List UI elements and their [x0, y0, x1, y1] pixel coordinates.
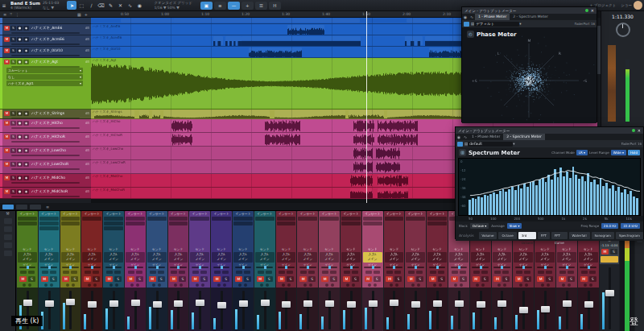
master-solo-button[interactable]: S [610, 249, 617, 254]
toolbar-button[interactable]: — [228, 2, 240, 10]
audio-clip[interactable] [353, 134, 374, 145]
gain-slider[interactable]: ゲイン [578, 263, 599, 271]
preset-dropdown[interactable]: デフォルト [474, 22, 519, 27]
toolbar-button[interactable]: ▣ [200, 2, 213, 10]
record-button[interactable]: ● [17, 148, 23, 153]
split-tool-icon[interactable]: ∕ [86, 1, 96, 10]
analysis-mode-button[interactable]: FFT Curve [551, 232, 568, 239]
gain-slider[interactable]: ゲイン [254, 263, 275, 271]
fader-cap[interactable] [153, 301, 162, 308]
audio-clip[interactable] [121, 19, 173, 23]
mute-button[interactable]: M [343, 276, 350, 282]
track-header[interactable]: MS●◆ハナミズキ_StringsdB [0, 110, 91, 119]
io-routing-box[interactable]: 入力Lメイン [126, 252, 145, 263]
spectrum-meter-window[interactable]: メイン - アウトプットメーター ✕ ◉ ∿ 1 - Phase Meter 2… [455, 126, 644, 239]
solo-button[interactable]: S [568, 276, 575, 282]
mute-button[interactable]: M [235, 276, 242, 282]
channel-strip[interactable]: インサートセンド入力LメインゲインMS [189, 211, 210, 331]
record-button[interactable]: ● [17, 189, 23, 194]
io-routing-box[interactable]: 入力Lメイン [277, 252, 296, 263]
insert-slot[interactable] [104, 217, 123, 221]
track-header[interactable] [0, 18, 91, 24]
gain-slider[interactable]: ゲイン [362, 263, 383, 271]
analysis-mode-button[interactable]: Octave [498, 232, 516, 239]
audio-clip[interactable] [378, 188, 408, 197]
fader-zone[interactable] [297, 288, 318, 331]
fader-cap[interactable] [497, 300, 506, 307]
solo-button[interactable]: S [10, 111, 16, 116]
mute-button[interactable]: M [299, 276, 307, 282]
fader-cap[interactable] [563, 300, 572, 307]
track-header[interactable]: MS●◆ハナミズキ_LowChoRdB [0, 160, 91, 174]
range-tool-icon[interactable]: ⬚ [76, 1, 86, 10]
io-routing-box[interactable]: 入力Lメイン [471, 252, 490, 263]
rail-button[interactable] [4, 250, 12, 256]
channel-strip[interactable]: インサートセンド入力LメインゲインMS [39, 211, 60, 331]
channel-strip[interactable]: インサートセンド入力LメインゲインMS [362, 211, 383, 331]
io-routing-box[interactable]: 入力Lメイン [493, 252, 512, 263]
monitor-button[interactable]: ◆ [23, 37, 29, 42]
track-list-icon[interactable]: ≡ [3, 12, 6, 17]
audio-clip[interactable] [275, 110, 345, 118]
io-routing-box[interactable]: 入力Lメイン [169, 252, 188, 263]
track-name[interactable]: ハナミズキ_MidChoR [31, 189, 85, 193]
mute-tool-icon[interactable]: ✕ [115, 1, 125, 10]
console-menu-icon[interactable]: ≡ [46, 205, 49, 209]
solo-button[interactable]: S [481, 276, 489, 282]
mute-button[interactable]: M [4, 60, 10, 64]
solo-button[interactable]: S [10, 26, 16, 31]
io-routing-box[interactable]: 入力Lメイン [579, 252, 598, 263]
mute-button[interactable]: M [321, 276, 328, 282]
fader-zone[interactable] [448, 288, 469, 331]
insert-slot[interactable] [39, 226, 59, 230]
io-routing-box[interactable]: 入力Lメイン [535, 252, 555, 263]
mute-button[interactable]: M [4, 37, 10, 42]
solo-button[interactable]: S [10, 189, 16, 194]
fader-zone[interactable] [513, 288, 534, 331]
fader-zone[interactable] [233, 288, 254, 331]
monitor-button[interactable]: ◆ [23, 176, 29, 180]
quantize-value[interactable]: 1/16 ▼ 50% ▼ [154, 6, 192, 10]
rail-button[interactable] [4, 234, 12, 240]
fader-zone[interactable] [341, 288, 361, 331]
fader-cap[interactable] [584, 301, 593, 308]
mute-button[interactable]: M [4, 26, 10, 31]
fader-zone[interactable] [103, 288, 124, 331]
analysis-mode-button[interactable]: Spectrogram [616, 232, 643, 239]
fader-cap[interactable] [433, 300, 442, 307]
toolbar-button[interactable]: H [269, 2, 281, 10]
fader-cap[interactable] [45, 300, 54, 307]
fader-cap[interactable] [369, 300, 378, 307]
record-button[interactable]: ● [17, 48, 23, 53]
gain-slider[interactable]: ゲイン [81, 263, 102, 271]
fader-zone[interactable] [427, 288, 448, 331]
master-mute-button[interactable]: M [601, 249, 609, 254]
solo-button[interactable]: S [244, 276, 251, 282]
solo-button[interactable]: S [10, 121, 16, 126]
audio-clip[interactable] [265, 134, 300, 145]
mute-button[interactable]: M [213, 276, 221, 282]
mute-button[interactable]: M [4, 121, 10, 126]
mute-button[interactable]: M [62, 276, 69, 282]
rail-button[interactable] [4, 226, 12, 232]
audio-clip[interactable] [213, 36, 223, 45]
bypass-icon[interactable] [457, 142, 463, 147]
close-icon[interactable]: ✕ [638, 128, 641, 133]
channel-strip[interactable]: インサートセンド入力LメインゲインMS [211, 211, 232, 331]
solo-button[interactable]: S [10, 176, 16, 180]
track-list-icon[interactable]: ⌗ [10, 11, 12, 17]
gain-slider[interactable]: ゲイン [147, 263, 167, 271]
audio-clip[interactable] [139, 110, 149, 118]
fader-zone[interactable] [81, 288, 102, 331]
console-tab-active[interactable] [2, 205, 14, 209]
scale-dropdown[interactable]: なし ▼ [43, 6, 59, 10]
gain-slider[interactable]: ゲイン [168, 263, 189, 271]
mute-button[interactable]: M [451, 276, 458, 282]
audio-clip[interactable] [171, 120, 192, 131]
erase-tool-icon[interactable]: ⌫ [96, 1, 105, 10]
insert-slot[interactable] [233, 221, 253, 225]
fader-zone[interactable] [147, 288, 167, 331]
record-button[interactable]: ● [17, 37, 23, 42]
insert-slot[interactable] [169, 217, 188, 221]
toolbar-button[interactable]: + [242, 2, 254, 10]
